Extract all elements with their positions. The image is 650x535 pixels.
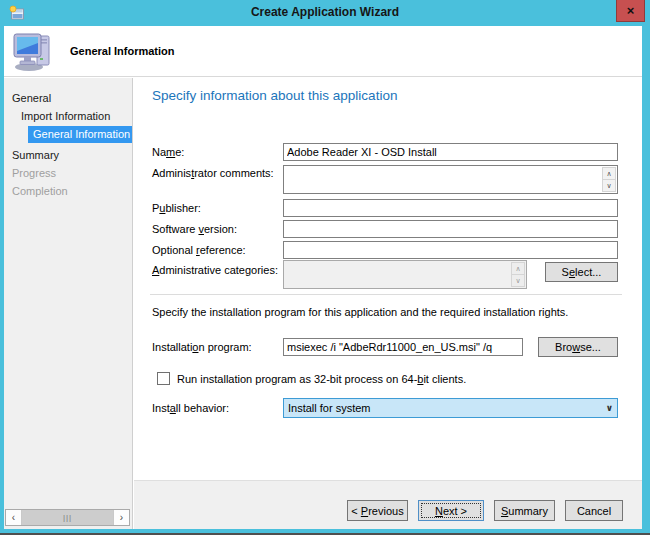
wizard-footer: < Previous Next > Summary Cancel (134, 480, 642, 529)
name-label: Name: (152, 146, 184, 158)
publisher-input[interactable] (283, 199, 618, 217)
scroll-down-icon[interactable]: ∨ (602, 180, 616, 192)
wizard-page-title: General Information (70, 45, 175, 57)
window-title: Create Application Wizard (0, 5, 650, 19)
computer-icon (12, 32, 52, 72)
wizard-header: General Information (4, 26, 642, 77)
previous-button[interactable]: < Previous (347, 500, 408, 521)
install-behavior-dropdown[interactable]: Install for system ∨ (283, 398, 618, 418)
scroll-up-icon: ∧ (511, 262, 525, 275)
wizard-body: General Import Information General Infor… (4, 78, 642, 529)
section-separator (150, 294, 622, 295)
run-32bit-checkbox[interactable] (157, 372, 170, 385)
sidebar-item-general[interactable]: General (12, 92, 51, 104)
software-version-input[interactable] (283, 220, 618, 238)
select-button[interactable]: Select... (545, 262, 618, 282)
chevron-down-icon: ∨ (606, 403, 613, 413)
administrator-comments-label: Administrator comments: (152, 167, 274, 179)
sidebar-item-summary[interactable]: Summary (12, 149, 59, 161)
comments-scrollbar: ∧ ∨ (602, 167, 616, 192)
name-input[interactable] (283, 143, 618, 161)
browse-button[interactable]: Browse... (538, 337, 618, 357)
page-heading: Specify information about this applicati… (152, 88, 397, 103)
administrator-comments-textarea[interactable]: ∧ ∨ (283, 165, 618, 194)
sidebar-item-general-information[interactable]: General Information (28, 126, 132, 143)
software-version-label: Software version: (152, 223, 237, 235)
administrative-categories-label: Administrative categories: (152, 264, 278, 276)
wizard-steps-sidebar: General Import Information General Infor… (4, 78, 133, 529)
scroll-up-icon[interactable]: ∧ (602, 167, 616, 180)
sidebar-item-progress: Progress (12, 167, 56, 179)
install-behavior-label: Install behavior: (152, 402, 229, 414)
optional-reference-label: Optional reference: (152, 244, 246, 256)
installation-program-input[interactable] (283, 338, 523, 356)
installation-program-label: Installation program: (152, 341, 252, 353)
administrative-categories-textarea: ∧ ∨ (283, 260, 527, 289)
summary-button[interactable]: Summary (494, 500, 555, 521)
sidebar-item-import-information[interactable]: Import Information (21, 110, 110, 122)
scrollbar-thumb[interactable]: ||| (22, 510, 113, 525)
scroll-right-icon[interactable]: › (113, 510, 129, 525)
cancel-button[interactable]: Cancel (565, 500, 623, 521)
publisher-label: Publisher: (152, 202, 201, 214)
sidebar-item-completion: Completion (12, 185, 68, 197)
scroll-left-icon[interactable]: ‹ (6, 510, 22, 525)
create-application-wizard-dialog: Create Application Wizard × General Info… (0, 0, 650, 535)
close-button[interactable]: × (616, 0, 645, 22)
scroll-down-icon: ∨ (511, 275, 525, 287)
next-button[interactable]: Next > (418, 500, 484, 521)
general-information-page: Specify information about this applicati… (134, 78, 642, 529)
optional-reference-input[interactable] (283, 241, 618, 259)
install-section-description: Specify the installation program for thi… (152, 306, 622, 318)
run-32bit-label: Run installation program as 32-bit proce… (177, 373, 466, 385)
categories-scrollbar: ∧ ∨ (511, 262, 525, 287)
dialog-frame: General Information General Import Infor… (4, 26, 642, 529)
install-behavior-value: Install for system (288, 402, 371, 414)
title-bar: Create Application Wizard × (0, 0, 650, 26)
close-icon: × (627, 4, 635, 17)
sidebar-horizontal-scrollbar[interactable]: ‹ ||| › (5, 509, 130, 526)
